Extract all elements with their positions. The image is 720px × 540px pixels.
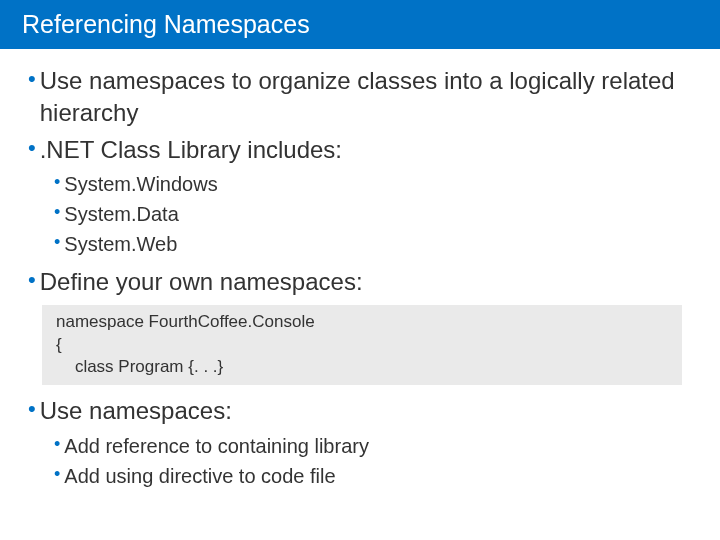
sub-bullet-text: System.Windows (64, 170, 217, 198)
sub-bullet-text: System.Web (64, 230, 177, 258)
code-block: namespace FourthCoffee.Console { class P… (42, 305, 682, 386)
bullet-dot-icon: • (54, 462, 60, 487)
bullet-item: • Define your own namespaces: (28, 266, 692, 298)
bullet-dot-icon: • (54, 432, 60, 457)
slide-title: Referencing Namespaces (22, 10, 310, 38)
sub-bullet-text: System.Data (64, 200, 178, 228)
sub-bullet-text: Add using directive to code file (64, 462, 335, 490)
bullet-text: Use namespaces to organize classes into … (40, 65, 692, 130)
sub-bullet-item: • System.Web (54, 230, 692, 258)
bullet-text: Use namespaces: (40, 395, 232, 427)
bullet-item: • Use namespaces to organize classes int… (28, 65, 692, 130)
sub-bullet-list: • System.Windows • System.Data • System.… (54, 170, 692, 258)
bullet-dot-icon: • (54, 170, 60, 195)
slide-title-bar: Referencing Namespaces (0, 0, 720, 49)
sub-bullet-item: • Add reference to containing library (54, 432, 692, 460)
bullet-dot-icon: • (28, 395, 36, 424)
sub-bullet-list: • Add reference to containing library • … (54, 432, 692, 490)
sub-bullet-item: • System.Windows (54, 170, 692, 198)
bullet-text: .NET Class Library includes: (40, 134, 342, 166)
slide-content: • Use namespaces to organize classes int… (0, 49, 720, 490)
bullet-text: Define your own namespaces: (40, 266, 363, 298)
bullet-item: • .NET Class Library includes: (28, 134, 692, 166)
sub-bullet-item: • Add using directive to code file (54, 462, 692, 490)
bullet-dot-icon: • (28, 134, 36, 163)
sub-bullet-item: • System.Data (54, 200, 692, 228)
bullet-dot-icon: • (28, 65, 36, 94)
sub-bullet-text: Add reference to containing library (64, 432, 369, 460)
bullet-dot-icon: • (54, 230, 60, 255)
bullet-item: • Use namespaces: (28, 395, 692, 427)
bullet-dot-icon: • (28, 266, 36, 295)
bullet-dot-icon: • (54, 200, 60, 225)
